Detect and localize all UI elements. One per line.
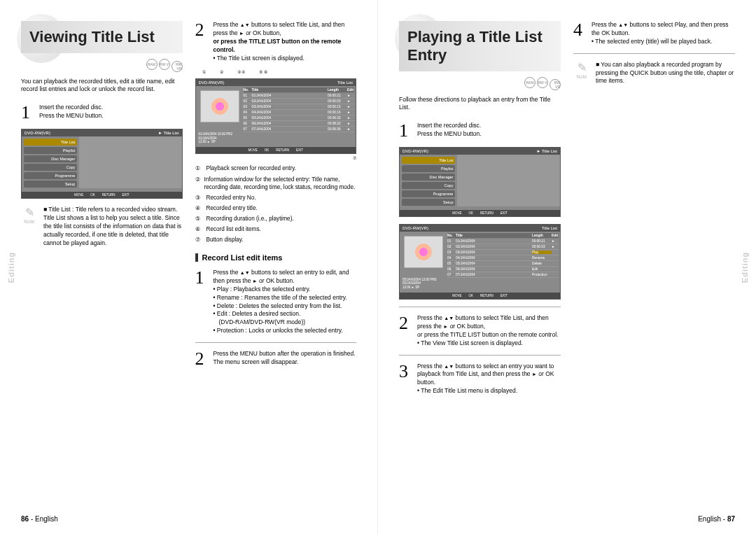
step2-line2: or press the TITLE LIST button on the re…	[214, 38, 357, 55]
page-title-viewing: Viewing Title List	[21, 21, 183, 53]
page-title-playing: Playing a Title List Entry	[399, 21, 561, 71]
rstep2: Press the MENU button after the operatio…	[214, 350, 357, 368]
page-footer-left: 86 - English	[21, 515, 58, 523]
r-step3-b: The Edit Title List menu is displayed.	[417, 387, 561, 395]
intro-text-right: Follow these directions to playback an e…	[399, 96, 561, 112]
up-down-icon	[444, 314, 454, 321]
up-down-icon	[444, 363, 454, 370]
intro-text-left: You can playback the recorded titles, ed…	[21, 78, 183, 94]
note-icon: ✎Note	[573, 61, 590, 86]
edit-edit: Edit : Deletes a desired section.(DVD-RA…	[214, 310, 357, 327]
step-number: 2	[399, 314, 412, 348]
up-down-icon	[240, 21, 250, 28]
r-step2-b: or press the TITLE LIST button on the re…	[417, 331, 561, 339]
callout-numbers: ①②③ ④⑤ ⑥	[202, 69, 357, 74]
edit-protection: Protection : Locks or unlocks the select…	[214, 327, 357, 335]
rstep1-main: Press the buttons to select an entry to …	[214, 269, 357, 286]
step-number: 1	[399, 122, 412, 140]
note-icon: ✎Note	[21, 206, 38, 247]
side-tab-editing: Editing	[7, 251, 15, 282]
side-tab-editing: Editing	[741, 251, 749, 282]
play-icon	[253, 277, 258, 284]
note-quick-button: You can also playback a recorded program…	[596, 61, 735, 86]
step-number: 1	[195, 269, 208, 335]
r-step2-a: Press the buttons to select Title List, …	[417, 314, 561, 331]
up-down-icon	[618, 21, 628, 28]
menu-screenshot-left: DVD-RW(VR)► Title List Title List Playli…	[21, 129, 183, 199]
menu-screenshot-right: DVD-RW(VR)► Title List Title List Playli…	[399, 147, 561, 217]
step-number: 2	[195, 21, 208, 62]
legend-list: ①Playback screen for recorded entry. ②In…	[195, 164, 357, 244]
step-number: 2	[195, 350, 208, 368]
up-down-icon	[240, 269, 250, 276]
play-icon	[239, 29, 244, 36]
note-title-list: Title List : Title refers to a recorded …	[43, 206, 183, 247]
step2-line3: The Title List screen is displayed.	[214, 55, 357, 63]
edit-play: Play : Playbacks the selected entry.	[214, 286, 357, 294]
r-step1-b: Press the MENU button.	[417, 130, 561, 139]
disc-compat-icons: RAMRW VRW VR	[21, 59, 183, 72]
edit-rename: Rename : Renames the title of the select…	[214, 294, 357, 302]
step2-line1: Press the buttons to select Title List, …	[214, 21, 357, 38]
step1-line2: Press the MENU button.	[39, 112, 183, 120]
r-step4-a: Press the buttons to select Play, and th…	[592, 21, 735, 38]
subhead-record-edit: Record List edit items	[195, 253, 357, 262]
step-number: 1	[21, 104, 34, 122]
r-step4-b: The selected entry (title) will be playe…	[592, 38, 735, 46]
title-list-screenshot: DVD-RW(VR)Title List 01/JAN/2004 10:00 P…	[195, 78, 357, 154]
r-step3-a: Press the buttons to select an entry you…	[417, 363, 561, 388]
edit-delete: Delete : Deletes the selected entry from…	[214, 302, 357, 311]
edit-menu-screenshot: DVD-RW(VR)Title List 05/JAN/2004 12:00 P…	[399, 224, 561, 300]
r-step1-a: Insert the recorded disc.	[417, 122, 561, 130]
page-footer-right: English - 87	[698, 515, 735, 523]
step-number: 3	[399, 363, 412, 396]
disc-compat-icons: RAMRW VRW VR	[399, 77, 561, 90]
r-step2-c: The View Title List screen is displayed.	[417, 339, 561, 348]
callout-7: ⑦	[195, 155, 357, 160]
step1-line1: Insert the recorded disc.	[39, 104, 183, 112]
play-icon	[532, 370, 537, 377]
step-number: 4	[573, 21, 586, 46]
